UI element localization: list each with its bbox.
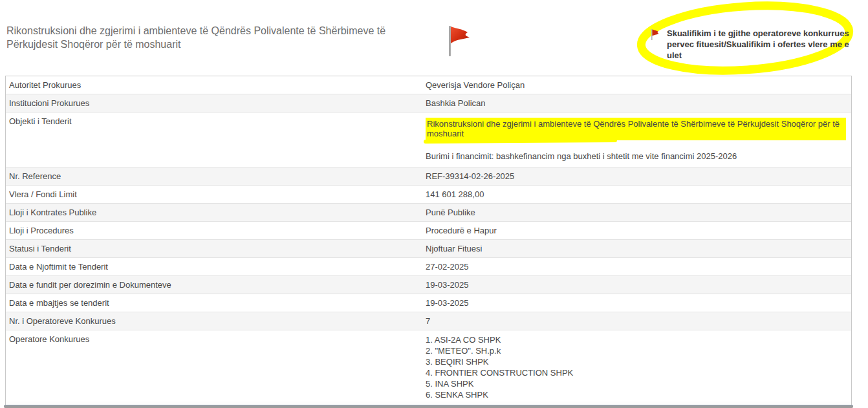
row-label: Objekti i Tenderit	[6, 113, 426, 167]
highlighted-tender-object: Rikonstruksioni dhe zgjerimi i ambientev…	[426, 118, 846, 140]
row-value: 141 601 288,00	[426, 186, 851, 203]
row-label: Data e Njoftimit te Tenderit	[6, 258, 426, 275]
row-value: 7	[426, 312, 851, 330]
row-value: REF-39314-02-26-2025	[426, 167, 851, 185]
table-row: Data e mbajtjes se tenderit 19-03-2025	[6, 294, 851, 312]
row-label: Operatore Konkurues	[6, 330, 426, 408]
table-row: Statusi i Tenderit Njoftuar Fituesi	[6, 240, 851, 258]
row-value: Bashkia Polican	[426, 94, 851, 112]
row-value: 27-02-2025	[426, 258, 851, 275]
row-value: Rikonstruksioni dhe zgjerimi i ambientev…	[426, 113, 851, 167]
row-value: 19-03-2025	[426, 294, 851, 312]
operator-item: 3. BEQIRI SHPK	[426, 356, 846, 367]
table-row: Lloji i Procedures Procedurë e Hapur	[6, 222, 851, 240]
row-label: Statusi i Tenderit	[6, 240, 426, 257]
operator-item: 5. INA SHPK	[426, 378, 846, 389]
row-label: Vlera / Fondi Limit	[6, 186, 426, 203]
table-row: Autoritet Prokurues Qeverisja Vendore Po…	[6, 76, 851, 94]
row-value: Procedurë e Hapur	[426, 222, 851, 239]
row-value: Punë Publike	[426, 204, 851, 221]
tender-info-table: Autoritet Prokurues Qeverisja Vendore Po…	[5, 76, 852, 408]
row-label: Data e mbajtjes se tenderit	[6, 294, 426, 312]
operator-item: 1. ASI-2A CO SHPK	[426, 334, 846, 345]
cutoff-section-bar	[4, 405, 853, 408]
table-row-objekti: Objekti i Tenderit Rikonstruksioni dhe z…	[6, 113, 851, 167]
page-title: Rikonstruksioni dhe zgjerimi i ambientev…	[6, 24, 414, 51]
table-row: Nr. i Operatoreve Konkurues 7	[6, 312, 851, 330]
row-label: Lloji i Kontrates Publike	[6, 204, 426, 221]
table-row-operators: Operatore Konkurues 1. ASI-2A CO SHPK 2.…	[6, 330, 851, 408]
row-label: Data e fundit per dorezimin e Dokumentev…	[6, 276, 426, 294]
operator-item: 4. FRONTIER CONSTRUCTION SHPK	[426, 367, 846, 378]
table-row: Data e Njoftimit te Tenderit 27-02-2025	[6, 258, 851, 276]
competing-operators-list: 1. ASI-2A CO SHPK 2. "METEO". SH.p.k 3. …	[426, 330, 851, 408]
table-row: Data e fundit per dorezimin e Dokumentev…	[6, 276, 851, 294]
tender-detail-page: Rikonstruksioni dhe zgjerimi i ambientev…	[0, 0, 868, 408]
table-row: Nr. Reference REF-39314-02-26-2025	[6, 167, 851, 186]
row-value: Qeverisja Vendore Poliçan	[426, 76, 851, 94]
row-label: Nr. i Operatoreve Konkurues	[6, 312, 426, 330]
table-row: Vlera / Fondi Limit 141 601 288,00	[6, 186, 851, 204]
red-flag-icon	[443, 23, 477, 58]
table-row: Lloji i Kontrates Publike Punë Publike	[6, 204, 851, 222]
row-label: Nr. Reference	[6, 167, 426, 185]
row-value: Njoftuar Fituesi	[426, 240, 851, 257]
row-value: 19-03-2025	[426, 276, 851, 294]
table-row: Institucioni Prokurues Bashkia Polican	[6, 94, 851, 113]
financing-source: Burimi i financimit: bashkefinancim nga …	[426, 151, 846, 161]
row-label: Lloji i Procedures	[6, 222, 426, 239]
operator-item: 2. "METEO". SH.p.k	[426, 345, 846, 356]
disqualification-note: Skualifikim i te gjithe operatoreve konk…	[667, 28, 849, 61]
row-label: Autoritet Prokurues	[6, 76, 426, 94]
red-flag-small-icon	[649, 28, 662, 41]
row-label: Institucioni Prokurues	[6, 94, 426, 112]
operator-item: 6. SENKA SHPK	[426, 389, 846, 400]
